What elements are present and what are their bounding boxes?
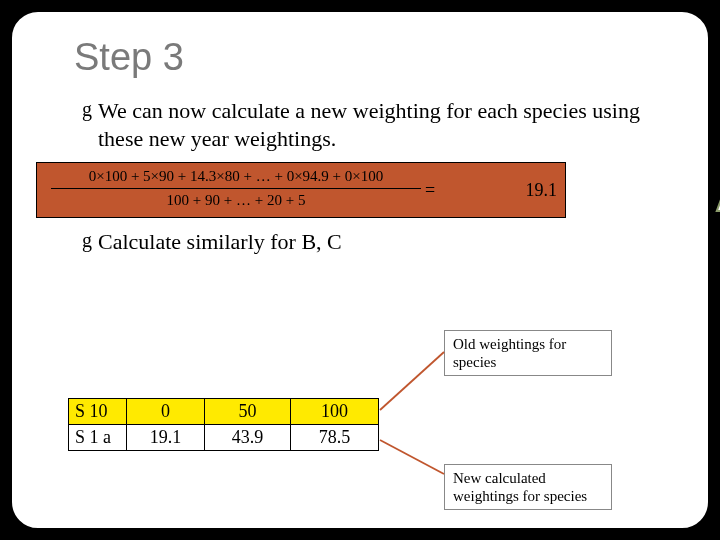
table-row: S 10 0 50 100	[69, 399, 379, 425]
row-label: S 1 a	[69, 425, 127, 451]
slide-frame: Step 3 g We can now calculate a new weig…	[10, 10, 710, 530]
cell: 43.9	[205, 425, 291, 451]
species-letter: A	[715, 154, 720, 225]
cell: 50	[205, 399, 291, 425]
cell: 100	[291, 399, 379, 425]
weightings-table: S 10 0 50 100 S 1 a 19.1 43.9 78.5	[68, 398, 379, 451]
svg-line-1	[380, 440, 444, 474]
table-row: S 1 a 19.1 43.9 78.5	[69, 425, 379, 451]
cell: 19.1	[127, 425, 205, 451]
cell: 78.5	[291, 425, 379, 451]
connector-line-new-icon	[12, 12, 712, 532]
row-label: S 10	[69, 399, 127, 425]
cell: 0	[127, 399, 205, 425]
